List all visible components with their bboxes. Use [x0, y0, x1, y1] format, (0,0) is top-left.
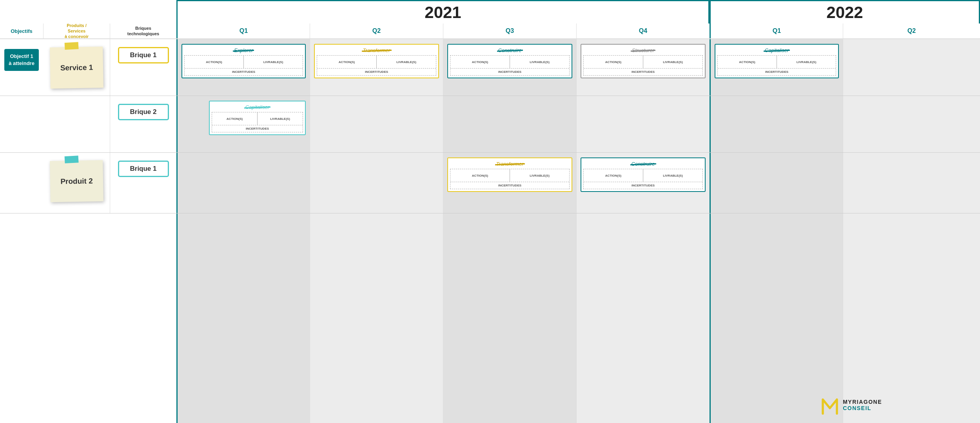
card-capitaliser-top: ACTION(S) LIVRABLE(S): [718, 56, 836, 68]
incertitudes-label-s: INCERTITUDES: [584, 68, 702, 75]
phase-transformer2-label: Transformer: [496, 161, 524, 167]
col-produits-header: Produits /Servicesà concevoir: [43, 24, 110, 38]
timeline-s1b1-q2: Transformer ACTION(S) LIVRABLE(S) INCERT…: [310, 39, 443, 96]
strike-capitaliser2: [244, 107, 270, 108]
col-objectifs-header: Objectifs: [0, 24, 43, 38]
card-transformer-q2: Transformer ACTION(S) LIVRABLE(S) INCERT…: [314, 44, 439, 78]
incertitudes-c2: INCERTITUDES: [584, 182, 702, 189]
card-structurer-top: ACTION(S) LIVRABLE(S): [584, 56, 702, 68]
actions-label-c: ACTION(S): [450, 56, 510, 68]
timeline-p2b1-q2: [310, 153, 443, 213]
brique1-yellow-box: Brique 1: [118, 47, 169, 63]
timeline-s1b2-q1: Capitaliser ACTION(S) LIVRABLE(S) INCERT…: [176, 96, 310, 152]
card-capitaliser2-body: ACTION(S) LIVRABLE(S) INCERTITUDES: [212, 112, 303, 132]
q1-2022-label: Q1: [773, 27, 781, 34]
briques-label: Briquestechnologiques: [127, 25, 159, 37]
actions-label-t: ACTION(S): [317, 56, 376, 68]
phase-explorer-label: Explorer: [234, 47, 253, 53]
incertitudes-label-t: INCERTITUDES: [317, 68, 436, 75]
incertitudes-t2: INCERTITUDES: [450, 182, 569, 189]
timeline-s1b2-q4: [576, 96, 710, 152]
livrables-label-c: LIVRABLE(S): [510, 56, 569, 68]
year-2022-label: 2022: [826, 3, 863, 22]
card-construire-top: ACTION(S) LIVRABLE(S): [450, 56, 569, 68]
quarter-q1-2021: Q1: [176, 24, 310, 38]
livrables-t2: LIVRABLE(S): [510, 169, 569, 182]
phase-construire2-label: Construire: [632, 161, 655, 167]
year-2021-header: 2021: [176, 0, 710, 24]
bottom-q2: [310, 213, 443, 423]
card-construire-title: Construire: [450, 47, 570, 54]
bottom-q3: [443, 213, 576, 423]
produit2-label: Produit 2: [60, 177, 93, 186]
timeline-s1b1-q2-2022: [843, 39, 980, 96]
actions-label-e: ACTION(S): [185, 56, 243, 68]
quarter-q2-2022: Q2: [843, 24, 980, 38]
card-transformer-body: ACTION(S) LIVRABLE(S) INCERTITUDES: [317, 55, 436, 76]
row-service1-brique2: Brique 2 Capitaliser ACTION(S): [0, 96, 980, 153]
incertitudes-label-cap2: INCERTITUDES: [212, 125, 303, 132]
logo-myriagone: MYRIAGONE: [843, 399, 882, 405]
card-capitaliser-body: ACTION(S) LIVRABLE(S) INCERTITUDES: [717, 55, 836, 76]
strike-transformer2: [495, 163, 525, 166]
brique2-teal-cell: Brique 2: [110, 96, 176, 152]
card-construire-q3: Construire ACTION(S) LIVRABLE(S) INCERTI…: [447, 44, 572, 78]
strike-structurer: [631, 50, 655, 52]
strike-capitaliser: [764, 50, 790, 52]
objectif1-cell: Objectif 1 à atteindre: [0, 39, 43, 96]
card-capitaliser2-q1: Capitaliser ACTION(S) LIVRABLE(S) INCERT…: [209, 101, 306, 135]
bottom-q4: [576, 213, 710, 423]
timeline-p2b1-q4: Construire ACTION(S) LIVRABLE(S) INCERTI…: [576, 153, 710, 213]
timeline-s1b1-q1: Explorer ACTION(S) LIVRABLE(S) INCERTITU…: [176, 39, 310, 96]
brique1-teal-label: Brique 1: [130, 165, 156, 172]
timeline-p2b1-q1: [176, 153, 310, 213]
livrables-label-cap2: LIVRABLE(S): [258, 112, 303, 125]
objectif1-box: Objectif 1 à atteindre: [4, 49, 39, 71]
card-capitaliser-q1-2022: Capitaliser ACTION(S) LIVRABLE(S) INCERT…: [715, 44, 839, 78]
bottom-left: [0, 213, 176, 423]
incertitudes-label-e: INCERTITUDES: [185, 68, 303, 75]
myriagone-m-icon: [822, 395, 838, 415]
card-explorer-top: ACTION(S) LIVRABLE(S): [185, 56, 303, 68]
card-construire2-q4: Construire ACTION(S) LIVRABLE(S) INCERTI…: [581, 157, 706, 192]
main-content: Objectif 1 à atteindre Service 1 Brique …: [0, 39, 980, 423]
livrables-label-cap: LIVRABLE(S): [777, 56, 836, 68]
page: 2021 2022 Objectifs Produits /Servicesà …: [0, 0, 980, 423]
card-capitaliser-title: Capitaliser: [717, 47, 836, 54]
q1-2021-label: Q1: [240, 27, 248, 34]
card-capitaliser2-title: Capitaliser: [212, 103, 303, 110]
brique2-teal-box: Brique 2: [118, 104, 169, 120]
timeline-s1b2-q1-2022: [710, 96, 843, 152]
objectif1-line1: Objectif 1: [10, 53, 33, 59]
card-explorer-q1: Explorer ACTION(S) LIVRABLE(S) INCERTITU…: [181, 44, 306, 78]
service1-cell: Service 1: [43, 39, 110, 96]
actions-c2: ACTION(S): [584, 169, 643, 182]
service1-sticky: Service 1: [50, 47, 103, 89]
livrables-label-t: LIVRABLE(S): [377, 56, 436, 68]
timeline-p2b1-q1-2022: MYRIAGONE CONSEIL: [710, 153, 843, 213]
card-structurer-q4: Structurer ACTION(S) LIVRABLE(S) INCERTI…: [581, 44, 706, 78]
bottom-q2-2022: [843, 213, 980, 423]
timeline-p2b1-q3: Transformer ACTION(S) LIVRABLE(S) INCERT…: [443, 153, 576, 213]
actions-label-s: ACTION(S): [584, 56, 643, 68]
quarter-q2-2021: Q2: [310, 24, 443, 38]
year-2021-label: 2021: [425, 3, 461, 22]
produit2-cell: Produit 2: [43, 153, 110, 213]
myriagone-logo: MYRIAGONE CONSEIL: [822, 395, 882, 415]
card-transformer2-body: ACTION(S) LIVRABLE(S) INCERTITUDES: [450, 169, 570, 189]
card-transformer2-q3: Transformer ACTION(S) LIVRABLE(S) INCERT…: [447, 157, 572, 192]
service1-spacer: [43, 96, 110, 152]
card-transformer-top: ACTION(S) LIVRABLE(S): [317, 56, 436, 68]
card-construire2-title: Construire: [583, 160, 703, 167]
phase-transformer-label: Transformer: [363, 47, 390, 53]
strike-transformer: [362, 50, 392, 52]
livrables-label-e: LIVRABLE(S): [244, 56, 303, 68]
timeline-p2b1-q2-2022: [843, 153, 980, 213]
bottom-q1: [176, 213, 310, 423]
produit2-sticky-tab: [64, 155, 78, 163]
timeline-s1b1-q4: Structurer ACTION(S) LIVRABLE(S) INCERTI…: [576, 39, 710, 96]
strike-construire2: [630, 163, 656, 165]
brique1-yellow-cell: Brique 1: [110, 39, 176, 96]
row-produit2-brique1: Produit 2 Brique 1 Transformer: [0, 153, 980, 213]
brique1-teal-box: Brique 1: [118, 161, 169, 177]
